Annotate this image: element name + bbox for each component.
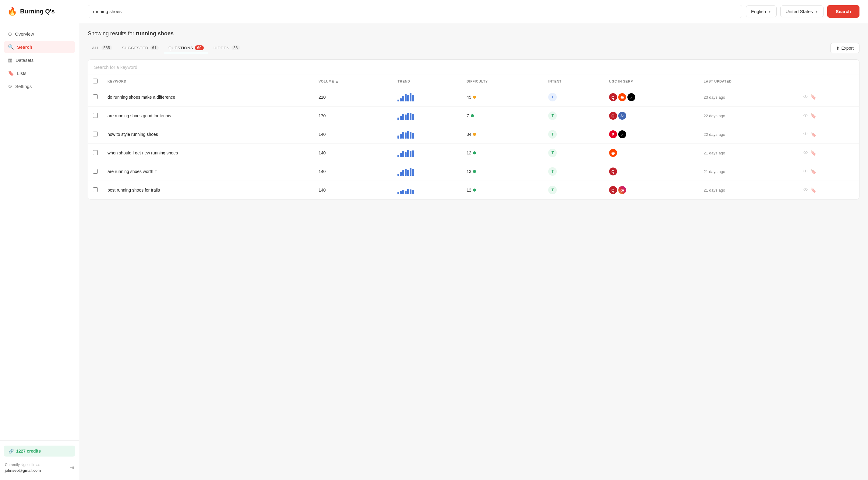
- tabs-row: ALL585SUGGESTED61QUESTIONS69HIDDEN38 ⬆ E…: [88, 43, 860, 53]
- ugc-icon-academia: A·: [618, 112, 626, 120]
- row-checkbox[interactable]: [93, 131, 98, 137]
- country-chevron-icon: ▼: [815, 9, 818, 14]
- sidebar-item-settings[interactable]: ⚙Settings: [4, 81, 75, 92]
- bookmark-icon[interactable]: 🔖: [810, 113, 816, 119]
- intent-badge: T: [548, 186, 557, 194]
- table-header: KEYWORDVOLUME▲TRENDDIFFICULTYINTENTUGC I…: [88, 75, 859, 88]
- difficulty-cell: 7: [467, 113, 538, 118]
- hide-icon[interactable]: 👁: [803, 169, 808, 174]
- language-selector[interactable]: English ▼: [746, 5, 777, 18]
- sidebar: 🔥 Burning Q's ⊙Overview🔍Search▦Datasets🔖…: [0, 0, 79, 480]
- intent-badge: T: [548, 149, 557, 157]
- results-table-card: KEYWORDVOLUME▲TRENDDIFFICULTYINTENTUGC I…: [88, 59, 860, 200]
- credits-badge[interactable]: 🔗 1227 credits: [4, 446, 75, 456]
- table-body: do running shoes make a difference21045I…: [88, 88, 859, 200]
- language-chevron-icon: ▼: [768, 9, 771, 14]
- trend-bar: [410, 168, 411, 176]
- row-checkbox[interactable]: [93, 169, 98, 174]
- trend-bar: [407, 189, 409, 194]
- difficulty-dot: [473, 96, 476, 99]
- search-button[interactable]: Search: [827, 5, 860, 18]
- trend-bar: [400, 191, 402, 194]
- logout-icon[interactable]: ⇥: [69, 464, 74, 471]
- hide-icon[interactable]: 👁: [803, 150, 808, 156]
- row-checkbox[interactable]: [93, 187, 98, 192]
- trend-bar: [400, 134, 402, 139]
- ugc-icon-q: Q: [609, 93, 617, 101]
- volume-value: 140: [318, 169, 326, 174]
- bookmark-icon[interactable]: 🔖: [810, 150, 816, 156]
- signed-in-label: Currently signed in as: [5, 462, 41, 468]
- sidebar-item-datasets[interactable]: ▦Datasets: [4, 54, 75, 66]
- difficulty-value: 45: [467, 95, 471, 99]
- sidebar-item-lists[interactable]: 🔖Lists: [4, 67, 75, 79]
- last-updated: 22 days ago: [704, 132, 725, 137]
- hide-icon[interactable]: 👁: [803, 131, 808, 137]
- row-actions: 👁🔖: [803, 187, 854, 193]
- difficulty-dot: [473, 170, 476, 173]
- hide-icon[interactable]: 👁: [803, 113, 808, 118]
- header-volume[interactable]: VOLUME▲: [314, 75, 393, 88]
- keyword-filter-input[interactable]: [94, 65, 853, 70]
- trend-bar: [407, 170, 409, 176]
- row-actions: 👁🔖: [803, 94, 854, 100]
- sidebar-item-label: Settings: [15, 84, 32, 89]
- select-all-checkbox[interactable]: [93, 79, 98, 84]
- trend-chart: [398, 93, 457, 101]
- hide-icon[interactable]: 👁: [803, 94, 808, 100]
- ugc-icon-instagram: ◷: [618, 186, 626, 194]
- header-row: KEYWORDVOLUME▲TRENDDIFFICULTYINTENTUGC I…: [88, 75, 859, 88]
- tab-hidden[interactable]: HIDDEN38: [209, 43, 244, 53]
- trend-bar: [412, 133, 414, 139]
- trend-bar: [412, 150, 414, 157]
- trend-bar: [402, 151, 404, 157]
- search-input[interactable]: [88, 5, 742, 18]
- row-checkbox[interactable]: [93, 150, 98, 155]
- tab-all[interactable]: ALL585: [88, 43, 116, 53]
- difficulty-cell: 12: [467, 188, 538, 192]
- trend-bar: [407, 113, 409, 120]
- difficulty-cell: 34: [467, 132, 538, 137]
- country-selector[interactable]: United States ▼: [780, 5, 824, 18]
- trend-bar: [402, 114, 404, 120]
- export-icon: ⬆: [836, 46, 840, 51]
- trend-chart: [398, 130, 457, 139]
- hide-icon[interactable]: 👁: [803, 187, 808, 193]
- content-area: Showing results for running shoes ALL585…: [79, 23, 868, 480]
- trend-bar: [400, 153, 402, 157]
- keyword-text: are running shoes worth it: [107, 169, 157, 174]
- sidebar-item-search[interactable]: 🔍Search: [4, 41, 75, 53]
- export-button[interactable]: ⬆ Export: [830, 43, 860, 53]
- trend-bar: [398, 136, 399, 139]
- bookmark-icon[interactable]: 🔖: [810, 131, 816, 138]
- trend-bar: [405, 191, 407, 194]
- trend-bar: [412, 95, 414, 101]
- row-checkbox[interactable]: [93, 94, 98, 99]
- bookmark-icon[interactable]: 🔖: [810, 187, 816, 193]
- bookmark-icon[interactable]: 🔖: [810, 169, 816, 175]
- trend-chart: [398, 186, 457, 194]
- trend-bar: [407, 95, 409, 101]
- last-updated: 21 days ago: [704, 151, 725, 155]
- bookmark-icon[interactable]: 🔖: [810, 94, 816, 100]
- intent-badge: T: [548, 112, 557, 120]
- row-checkbox[interactable]: [93, 113, 98, 118]
- tab-suggested[interactable]: SUGGESTED61: [118, 43, 163, 53]
- trend-bar: [412, 190, 414, 194]
- export-label: Export: [841, 46, 854, 51]
- difficulty-value: 34: [467, 132, 471, 137]
- volume-value: 140: [318, 132, 326, 137]
- difficulty-cell: 45: [467, 95, 538, 99]
- sort-arrow-icon: ▲: [335, 80, 339, 83]
- signed-in-text: Currently signed in as johnseo@gmail.com: [5, 462, 41, 474]
- tab-count: 38: [231, 46, 240, 50]
- table-row: are running shoes worth it14013TQ21 days…: [88, 162, 859, 181]
- table-row: best running shoes for trails14012TQ◷21 …: [88, 181, 859, 200]
- tab-questions[interactable]: QUESTIONS69: [164, 43, 208, 53]
- sidebar-item-label: Datasets: [16, 58, 33, 63]
- ugc-icon-tiktok: ♪: [627, 93, 635, 101]
- trend-bar: [410, 151, 411, 157]
- signed-in-section: Currently signed in as johnseo@gmail.com…: [4, 460, 75, 475]
- app-logo: 🔥 Burning Q's: [0, 0, 79, 23]
- sidebar-item-overview[interactable]: ⊙Overview: [4, 28, 75, 40]
